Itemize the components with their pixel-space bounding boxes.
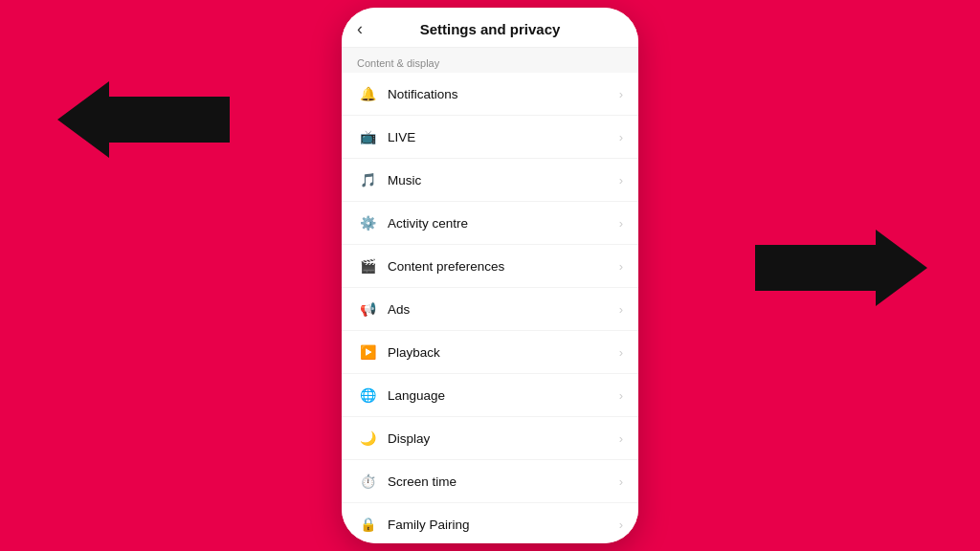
activity-centre-chevron: ›: [619, 216, 623, 231]
activity-centre-icon: ⚙️: [357, 212, 378, 233]
content-preferences-label: Content preferences: [388, 259, 619, 274]
language-chevron: ›: [619, 388, 623, 403]
settings-item-notifications[interactable]: 🔔Notifications›: [342, 73, 638, 116]
family-pairing-label: Family Pairing: [388, 518, 619, 532]
notifications-label: Notifications: [388, 87, 619, 101]
settings-item-content-preferences[interactable]: 🎬Content preferences›: [342, 245, 638, 288]
notifications-chevron: ›: [619, 87, 623, 101]
settings-item-family-pairing[interactable]: 🔒Family Pairing›: [342, 503, 638, 543]
music-chevron: ›: [619, 173, 623, 187]
right-arrow: [755, 230, 927, 306]
family-pairing-icon: 🔒: [357, 514, 378, 535]
settings-item-language[interactable]: 🌐Language›: [342, 374, 638, 417]
screen-time-chevron: ›: [619, 474, 623, 489]
language-label: Language: [388, 388, 619, 403]
language-icon: 🌐: [357, 385, 378, 406]
settings-item-screen-time[interactable]: ⏱️Screen time›: [342, 460, 638, 503]
display-chevron: ›: [619, 431, 623, 446]
settings-item-music[interactable]: 🎵Music›: [342, 159, 638, 202]
playback-label: Playback: [388, 345, 619, 360]
phone-mockup: ‹ Settings and privacy Content & display…: [342, 8, 638, 543]
music-label: Music: [388, 173, 619, 187]
settings-list: Content & display🔔Notifications›📺LIVE›🎵M…: [342, 48, 638, 543]
family-pairing-chevron: ›: [619, 518, 623, 532]
ads-chevron: ›: [619, 302, 623, 317]
settings-item-activity-centre[interactable]: ⚙️Activity centre›: [342, 202, 638, 245]
live-icon: 📺: [357, 126, 378, 147]
section-label-0: Content & display: [342, 48, 638, 73]
settings-item-ads[interactable]: 📢Ads›: [342, 288, 638, 331]
playback-icon: ▶️: [357, 342, 378, 363]
notifications-icon: 🔔: [357, 83, 378, 104]
settings-item-display[interactable]: 🌙Display›: [342, 417, 638, 460]
screen-time-icon: ⏱️: [357, 471, 378, 492]
live-label: LIVE: [388, 130, 619, 144]
ads-icon: 📢: [357, 298, 378, 320]
content-preferences-icon: 🎬: [357, 255, 378, 276]
activity-centre-label: Activity centre: [388, 216, 619, 231]
live-chevron: ›: [619, 130, 623, 144]
playback-chevron: ›: [619, 345, 623, 360]
display-label: Display: [388, 431, 619, 446]
screen-time-label: Screen time: [388, 474, 619, 489]
settings-item-live[interactable]: 📺LIVE›: [342, 116, 638, 159]
content-preferences-chevron: ›: [619, 259, 623, 274]
back-button[interactable]: ‹: [357, 19, 363, 39]
ads-label: Ads: [388, 302, 619, 317]
page-title: Settings and privacy: [420, 21, 561, 37]
page-header: ‹ Settings and privacy: [342, 8, 638, 48]
settings-item-playback[interactable]: ▶️Playback›: [342, 331, 638, 374]
music-icon: 🎵: [357, 169, 378, 190]
display-icon: 🌙: [357, 428, 378, 449]
